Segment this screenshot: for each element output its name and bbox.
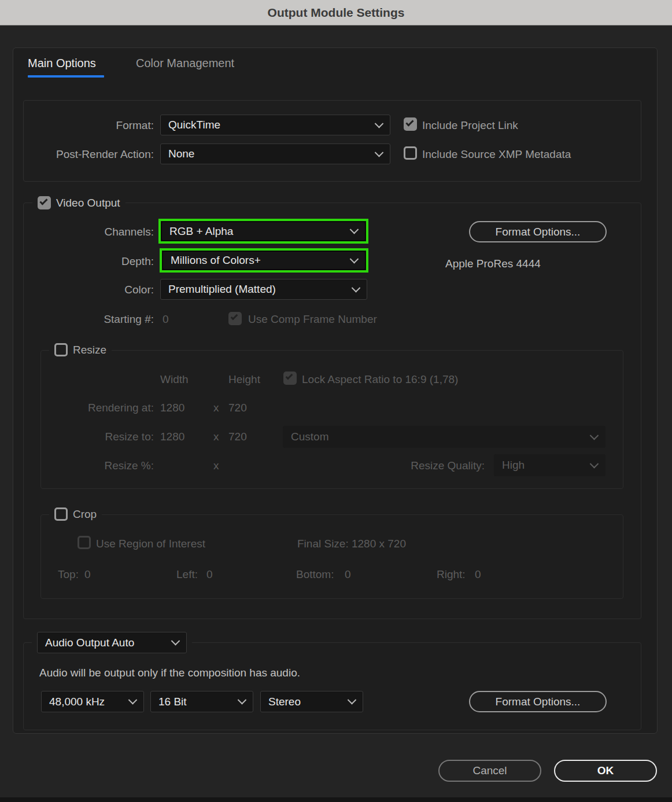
post-render-action-value: None [168, 148, 194, 160]
resize-width-header: Width [160, 373, 189, 386]
depth-dropdown-value: Millions of Colors+ [171, 254, 261, 267]
channels-dropdown[interactable]: RGB + Alpha [161, 222, 365, 241]
crop-bottom-label: Bottom: [296, 568, 334, 581]
format-section-box [23, 100, 641, 182]
depth-label: Depth: [35, 255, 154, 268]
crop-box [40, 514, 623, 599]
resize-legend: Resize [49, 342, 112, 358]
crop-top-label: Top: [58, 568, 79, 581]
resize-height-header: Height [228, 373, 260, 386]
resize-preset-dropdown: Custom [283, 426, 605, 448]
channels-highlight: RGB + Alpha [158, 219, 368, 244]
crop-left-label: Left: [176, 568, 198, 581]
audio-format-options-button[interactable]: Format Options... [469, 691, 607, 712]
dialog-title: Output Module Settings [268, 6, 405, 20]
video-output-checkbox[interactable] [38, 196, 51, 209]
resize-quality-label: Resize Quality: [347, 459, 485, 472]
chevron-down-icon [590, 459, 599, 468]
depth-highlight: Millions of Colors+ [160, 248, 368, 273]
channels-dropdown-value: RGB + Alpha [169, 225, 233, 238]
active-tab-underline [28, 75, 104, 78]
window-bottom-edge [0, 797, 672, 802]
format-dropdown[interactable]: QuickTime [160, 115, 390, 135]
use-comp-frame-checkbox [228, 312, 242, 325]
video-output-label: Video Output [56, 197, 120, 209]
dialog-titlebar[interactable]: Output Module Settings [0, 0, 672, 25]
chevron-down-icon [350, 254, 359, 263]
chevron-down-icon [590, 431, 599, 440]
color-dropdown-value: Premultiplied (Matted) [168, 283, 276, 296]
color-label: Color: [35, 284, 154, 296]
check-icon [405, 118, 413, 126]
include-xmp-label: Include Source XMP Metadata [422, 148, 571, 161]
color-dropdown[interactable]: Premultiplied (Matted) [160, 279, 367, 300]
rendering-x-separator: x [213, 402, 219, 414]
audio-box [23, 642, 641, 730]
tab-main-options[interactable]: Main Options [28, 57, 96, 70]
include-xmp-checkbox[interactable] [404, 146, 417, 160]
post-render-action-dropdown[interactable]: None [160, 144, 390, 164]
resize-x-separator: x [213, 431, 219, 443]
resize-to-label: Resize to: [35, 431, 154, 443]
crop-legend: Crop [49, 506, 102, 522]
crop-right-value: 0 [475, 568, 481, 581]
crop-bottom-value: 0 [345, 568, 351, 581]
lock-aspect-label: Lock Aspect Ratio to 16:9 (1,78) [302, 373, 458, 386]
lock-aspect-checkbox [283, 371, 297, 385]
audio-bit-depth-value: 16 Bit [158, 696, 187, 708]
video-format-options-button[interactable]: Format Options... [469, 221, 607, 242]
final-size-label: Final Size: 1280 x 720 [297, 538, 406, 550]
starting-number-label: Starting #: [35, 313, 154, 326]
audio-note: Audio will be output only if the composi… [39, 667, 300, 679]
ok-button[interactable]: OK [554, 760, 657, 782]
channels-label: Channels: [35, 226, 154, 238]
depth-dropdown[interactable]: Millions of Colors+ [163, 251, 365, 270]
crop-top-value: 0 [84, 568, 91, 581]
tab-color-management[interactable]: Color Management [136, 57, 234, 70]
rendering-at-label: Rendering at: [35, 402, 154, 414]
check-icon [286, 373, 293, 380]
audio-bit-depth-dropdown[interactable]: 16 Bit [150, 691, 253, 712]
use-roi-checkbox [77, 536, 91, 549]
audio-legend: Audio Output Auto [32, 631, 192, 654]
audio-channels-dropdown[interactable]: Stereo [260, 691, 363, 712]
check-icon [231, 313, 238, 321]
chevron-down-icon [350, 225, 359, 234]
resize-quality-dropdown: High [494, 454, 605, 476]
include-project-link-label: Include Project Link [422, 119, 518, 132]
audio-sample-rate-value: 48,000 kHz [49, 696, 105, 708]
resize-pct-label: Resize %: [35, 459, 154, 472]
resize-pct-x-separator: x [213, 459, 219, 472]
use-comp-frame-label: Use Comp Frame Number [248, 313, 377, 326]
resize-label: Resize [73, 344, 106, 356]
audio-output-mode-dropdown[interactable]: Audio Output Auto [37, 632, 187, 653]
resize-checkbox[interactable] [54, 343, 68, 356]
cancel-button[interactable]: Cancel [438, 760, 541, 782]
chevron-down-icon [352, 283, 361, 292]
check-icon [39, 197, 47, 205]
crop-label: Crop [73, 508, 97, 521]
rendering-width-value: 1280 [160, 402, 184, 414]
rendering-height-value: 720 [228, 402, 247, 414]
format-label: Format: [35, 119, 154, 132]
video-output-legend: Video Output [32, 195, 125, 211]
chevron-down-icon [238, 696, 247, 705]
audio-sample-rate-dropdown[interactable]: 48,000 kHz [41, 691, 144, 712]
resize-preset-value: Custom [291, 431, 328, 443]
crop-left-value: 0 [206, 568, 213, 581]
audio-output-mode-value: Audio Output Auto [45, 637, 134, 649]
include-project-link-checkbox[interactable] [404, 117, 417, 131]
post-render-action-label: Post-Render Action: [35, 148, 154, 161]
crop-right-label: Right: [437, 568, 466, 581]
codec-info: Apple ProRes 4444 [445, 257, 541, 270]
resize-height-value: 720 [228, 431, 247, 443]
chevron-down-icon [375, 119, 384, 128]
format-dropdown-value: QuickTime [168, 119, 220, 131]
chevron-down-icon [348, 696, 357, 705]
resize-quality-value: High [502, 459, 525, 472]
resize-width-value: 1280 [160, 431, 184, 443]
chevron-down-icon [128, 696, 138, 705]
crop-checkbox[interactable] [54, 507, 68, 521]
starting-number-value: 0 [163, 313, 169, 326]
chevron-down-icon [171, 637, 180, 646]
